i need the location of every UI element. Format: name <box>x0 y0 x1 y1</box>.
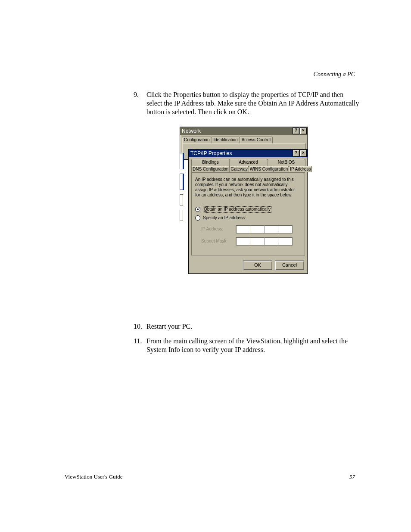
footer-title: ViewStation User's Guide <box>65 473 122 480</box>
step-9: 9. Click the Properties button to displa… <box>134 90 359 116</box>
step-10-text: Restart your PC. <box>146 322 359 331</box>
ip-address-panel: An IP address can be automatically assig… <box>191 172 305 255</box>
step-11-number: 11. <box>134 337 146 354</box>
subnet-mask-label: Subnet Mask: <box>201 239 232 244</box>
tab-bindings[interactable]: Bindings <box>191 159 230 166</box>
tcpip-title: TCP/IP Properties <box>190 150 232 157</box>
radio-icon <box>195 207 200 212</box>
tcpip-titlebar[interactable]: TCP/IP Properties ? × <box>189 149 308 157</box>
close-icon[interactable]: × <box>300 150 307 157</box>
radio-icon <box>195 215 200 221</box>
step-10: 10. Restart your PC. <box>134 322 359 331</box>
tcpip-tabs: Bindings Advanced NetBIOS DNS Configurat… <box>189 157 308 172</box>
tab-gateway[interactable]: Gateway <box>229 166 249 173</box>
list-peek <box>180 153 183 256</box>
step-11-text: From the main calling screen of the View… <box>146 337 359 354</box>
tab-advanced[interactable]: Advanced <box>229 159 268 166</box>
tab-access-control[interactable]: Access Control <box>240 137 273 143</box>
tab-identification[interactable]: Identification <box>211 137 240 143</box>
tab-configuration[interactable]: Configuration <box>182 137 212 143</box>
subnet-mask-field-row: Subnet Mask: <box>201 237 301 246</box>
step-9-text: Click the Properties button to display t… <box>146 90 359 116</box>
help-icon[interactable]: ? <box>293 150 299 157</box>
help-icon[interactable]: ? <box>293 128 299 134</box>
tcpip-properties-dialog: TCP/IP Properties ? × Bindings Advanced … <box>188 149 308 274</box>
ok-button[interactable]: OK <box>243 261 272 270</box>
step-9-number: 9. <box>134 90 146 116</box>
page-footer: ViewStation User's Guide 57 <box>65 473 355 480</box>
close-icon[interactable]: × <box>300 128 307 134</box>
ip-address-label: IP Address: <box>201 227 232 232</box>
footer-page-number: 57 <box>349 473 355 480</box>
ip-address-input[interactable] <box>236 225 293 233</box>
network-titlebar[interactable]: Network ? × <box>180 127 308 135</box>
network-tabs: Configuration Identification Access Cont… <box>180 135 308 143</box>
ip-address-field-row: IP Address: <box>201 225 301 233</box>
figure-tcpip-dialogs: Network ? × Configuration Identification… <box>134 127 359 312</box>
radio-specify-label: Specify an IP address: <box>203 215 246 221</box>
step-11: 11. From the main calling screen of the … <box>134 337 359 354</box>
radio-obtain-auto[interactable]: Obtain an IP address automatically <box>195 206 301 213</box>
step-10-number: 10. <box>134 322 146 331</box>
running-header: Connecting a PC <box>314 71 355 78</box>
tab-ip-address[interactable]: IP Address <box>289 166 312 173</box>
network-title: Network <box>182 128 201 134</box>
radio-obtain-label: Obtain an IP address automatically <box>203 206 271 213</box>
ip-address-description: An IP address can be automatically assig… <box>195 177 301 198</box>
tab-wins-configuration[interactable]: WINS Configuration <box>249 166 289 173</box>
subnet-mask-input[interactable] <box>236 237 293 246</box>
tab-dns-configuration[interactable]: DNS Configuration <box>191 166 230 173</box>
cancel-button[interactable]: Cancel <box>275 261 304 270</box>
radio-specify[interactable]: Specify an IP address: <box>195 215 301 221</box>
tab-netbios[interactable]: NetBIOS <box>267 159 305 166</box>
